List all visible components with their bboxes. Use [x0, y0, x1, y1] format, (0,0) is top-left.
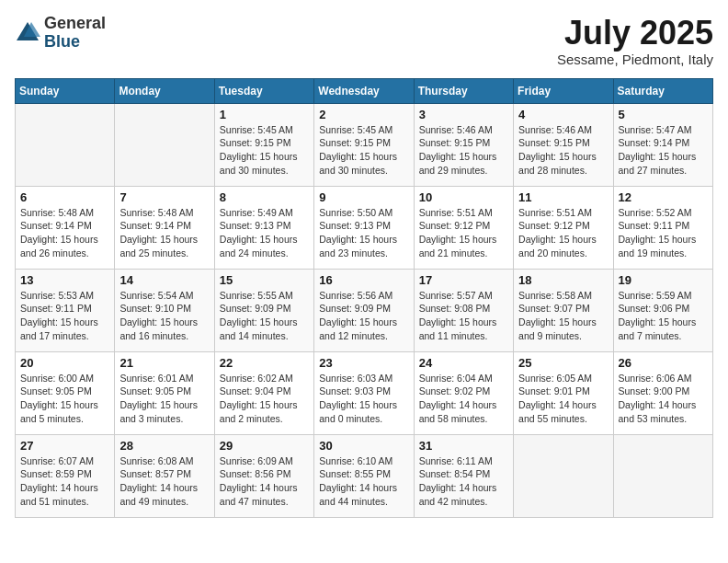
day-number: 21 — [119, 356, 209, 370]
day-detail: Sunrise: 6:05 AM Sunset: 9:01 PM Dayligh… — [518, 372, 608, 426]
day-detail: Sunrise: 5:48 AM Sunset: 9:14 PM Dayligh… — [20, 206, 109, 260]
day-number: 13 — [20, 273, 109, 287]
day-number: 7 — [119, 190, 209, 204]
calendar-cell: 12Sunrise: 5:52 AM Sunset: 9:11 PM Dayli… — [613, 186, 712, 269]
col-monday: Monday — [115, 78, 214, 103]
calendar-cell: 1Sunrise: 5:45 AM Sunset: 9:15 PM Daylig… — [214, 103, 313, 186]
day-number: 18 — [518, 273, 608, 287]
day-detail: Sunrise: 5:51 AM Sunset: 9:12 PM Dayligh… — [518, 206, 608, 260]
calendar-cell — [613, 434, 712, 517]
day-detail: Sunrise: 5:51 AM Sunset: 9:12 PM Dayligh… — [419, 206, 508, 260]
day-number: 24 — [419, 356, 508, 370]
day-number: 22 — [220, 356, 309, 370]
calendar-cell: 8Sunrise: 5:49 AM Sunset: 9:13 PM Daylig… — [214, 186, 313, 269]
calendar-cell: 26Sunrise: 6:06 AM Sunset: 9:00 PM Dayli… — [613, 351, 712, 434]
calendar-header: Sunday Monday Tuesday Wednesday Thursday… — [16, 78, 713, 103]
calendar-cell: 29Sunrise: 6:09 AM Sunset: 8:56 PM Dayli… — [214, 434, 313, 517]
calendar-cell: 3Sunrise: 5:46 AM Sunset: 9:15 PM Daylig… — [414, 103, 513, 186]
day-detail: Sunrise: 5:48 AM Sunset: 9:14 PM Dayligh… — [119, 206, 209, 260]
day-number: 26 — [619, 356, 708, 370]
day-detail: Sunrise: 5:57 AM Sunset: 9:08 PM Dayligh… — [419, 289, 508, 343]
day-number: 31 — [419, 439, 508, 453]
page-header: General Blue July 2025 Sessame, Piedmont… — [15, 15, 713, 67]
day-number: 4 — [518, 108, 608, 121]
calendar-cell — [16, 103, 115, 186]
day-detail: Sunrise: 5:45 AM Sunset: 9:15 PM Dayligh… — [319, 123, 408, 178]
calendar-cell — [115, 103, 214, 186]
calendar-cell: 31Sunrise: 6:11 AM Sunset: 8:54 PM Dayli… — [414, 434, 513, 517]
day-detail: Sunrise: 5:53 AM Sunset: 9:11 PM Dayligh… — [20, 289, 109, 343]
day-detail: Sunrise: 5:45 AM Sunset: 9:15 PM Dayligh… — [220, 123, 309, 178]
col-sunday: Sunday — [16, 78, 115, 103]
calendar-week-4: 20Sunrise: 6:00 AM Sunset: 9:05 PM Dayli… — [16, 351, 713, 434]
day-detail: Sunrise: 6:00 AM Sunset: 9:05 PM Dayligh… — [20, 372, 109, 426]
day-number: 9 — [319, 190, 408, 204]
day-number: 17 — [419, 273, 508, 287]
col-wednesday: Wednesday — [314, 78, 414, 103]
calendar-cell: 21Sunrise: 6:01 AM Sunset: 9:05 PM Dayli… — [115, 351, 214, 434]
day-detail: Sunrise: 5:55 AM Sunset: 9:09 PM Dayligh… — [220, 289, 309, 343]
calendar-cell: 13Sunrise: 5:53 AM Sunset: 9:11 PM Dayli… — [16, 269, 115, 351]
day-number: 1 — [220, 108, 309, 121]
calendar-table: Sunday Monday Tuesday Wednesday Thursday… — [15, 78, 713, 518]
day-number: 3 — [419, 108, 508, 121]
subtitle: Sessame, Piedmont, Italy — [557, 52, 713, 67]
day-detail: Sunrise: 6:09 AM Sunset: 8:56 PM Dayligh… — [220, 454, 309, 509]
calendar-cell: 6Sunrise: 5:48 AM Sunset: 9:14 PM Daylig… — [16, 186, 115, 269]
day-detail: Sunrise: 6:01 AM Sunset: 9:05 PM Dayligh… — [119, 372, 209, 426]
calendar-cell: 11Sunrise: 5:51 AM Sunset: 9:12 PM Dayli… — [514, 186, 613, 269]
day-number: 15 — [220, 273, 309, 287]
day-number: 11 — [518, 190, 608, 204]
day-detail: Sunrise: 6:03 AM Sunset: 9:03 PM Dayligh… — [319, 372, 408, 426]
calendar-week-2: 6Sunrise: 5:48 AM Sunset: 9:14 PM Daylig… — [16, 186, 713, 269]
day-detail: Sunrise: 5:58 AM Sunset: 9:07 PM Dayligh… — [518, 289, 608, 343]
title-area: July 2025 Sessame, Piedmont, Italy — [557, 15, 713, 67]
month-title: July 2025 — [557, 15, 713, 52]
logo-general: General — [44, 15, 106, 33]
day-number: 14 — [119, 273, 209, 287]
col-friday: Friday — [514, 78, 613, 103]
day-number: 20 — [20, 356, 109, 370]
logo-text: General Blue — [44, 15, 106, 52]
logo: General Blue — [15, 15, 106, 52]
day-detail: Sunrise: 5:56 AM Sunset: 9:09 PM Dayligh… — [319, 289, 408, 343]
day-detail: Sunrise: 5:52 AM Sunset: 9:11 PM Dayligh… — [619, 206, 708, 260]
calendar-week-3: 13Sunrise: 5:53 AM Sunset: 9:11 PM Dayli… — [16, 269, 713, 351]
day-number: 5 — [619, 108, 708, 121]
calendar-cell: 7Sunrise: 5:48 AM Sunset: 9:14 PM Daylig… — [115, 186, 214, 269]
day-number: 8 — [220, 190, 309, 204]
day-number: 25 — [518, 356, 608, 370]
calendar-cell: 19Sunrise: 5:59 AM Sunset: 9:06 PM Dayli… — [613, 269, 712, 351]
calendar-cell: 24Sunrise: 6:04 AM Sunset: 9:02 PM Dayli… — [414, 351, 513, 434]
day-number: 28 — [119, 439, 209, 453]
calendar-cell: 20Sunrise: 6:00 AM Sunset: 9:05 PM Dayli… — [16, 351, 115, 434]
day-detail: Sunrise: 6:06 AM Sunset: 9:00 PM Dayligh… — [619, 372, 708, 426]
calendar-cell: 14Sunrise: 5:54 AM Sunset: 9:10 PM Dayli… — [115, 269, 214, 351]
day-detail: Sunrise: 5:47 AM Sunset: 9:14 PM Dayligh… — [619, 123, 708, 178]
day-detail: Sunrise: 6:04 AM Sunset: 9:02 PM Dayligh… — [419, 372, 508, 426]
day-number: 19 — [619, 273, 708, 287]
day-detail: Sunrise: 5:46 AM Sunset: 9:15 PM Dayligh… — [419, 123, 508, 178]
calendar-cell: 10Sunrise: 5:51 AM Sunset: 9:12 PM Dayli… — [414, 186, 513, 269]
day-detail: Sunrise: 5:59 AM Sunset: 9:06 PM Dayligh… — [619, 289, 708, 343]
day-detail: Sunrise: 5:54 AM Sunset: 9:10 PM Dayligh… — [119, 289, 209, 343]
calendar-week-5: 27Sunrise: 6:07 AM Sunset: 8:59 PM Dayli… — [16, 434, 713, 517]
day-number: 29 — [220, 439, 309, 453]
calendar-week-1: 1Sunrise: 5:45 AM Sunset: 9:15 PM Daylig… — [16, 103, 713, 186]
day-detail: Sunrise: 6:11 AM Sunset: 8:54 PM Dayligh… — [419, 454, 508, 509]
logo-icon — [15, 20, 40, 46]
day-number: 23 — [319, 356, 408, 370]
calendar-cell: 17Sunrise: 5:57 AM Sunset: 9:08 PM Dayli… — [414, 269, 513, 351]
calendar-cell: 25Sunrise: 6:05 AM Sunset: 9:01 PM Dayli… — [514, 351, 613, 434]
day-number: 12 — [619, 190, 708, 204]
day-detail: Sunrise: 5:46 AM Sunset: 9:15 PM Dayligh… — [518, 123, 608, 178]
day-number: 27 — [20, 439, 109, 453]
day-detail: Sunrise: 5:50 AM Sunset: 9:13 PM Dayligh… — [319, 206, 408, 260]
calendar-cell: 16Sunrise: 5:56 AM Sunset: 9:09 PM Dayli… — [314, 269, 414, 351]
logo-blue: Blue — [44, 33, 106, 52]
calendar-cell: 5Sunrise: 5:47 AM Sunset: 9:14 PM Daylig… — [613, 103, 712, 186]
calendar-cell: 28Sunrise: 6:08 AM Sunset: 8:57 PM Dayli… — [115, 434, 214, 517]
col-saturday: Saturday — [613, 78, 712, 103]
day-detail: Sunrise: 6:07 AM Sunset: 8:59 PM Dayligh… — [20, 454, 109, 509]
day-detail: Sunrise: 6:02 AM Sunset: 9:04 PM Dayligh… — [220, 372, 309, 426]
